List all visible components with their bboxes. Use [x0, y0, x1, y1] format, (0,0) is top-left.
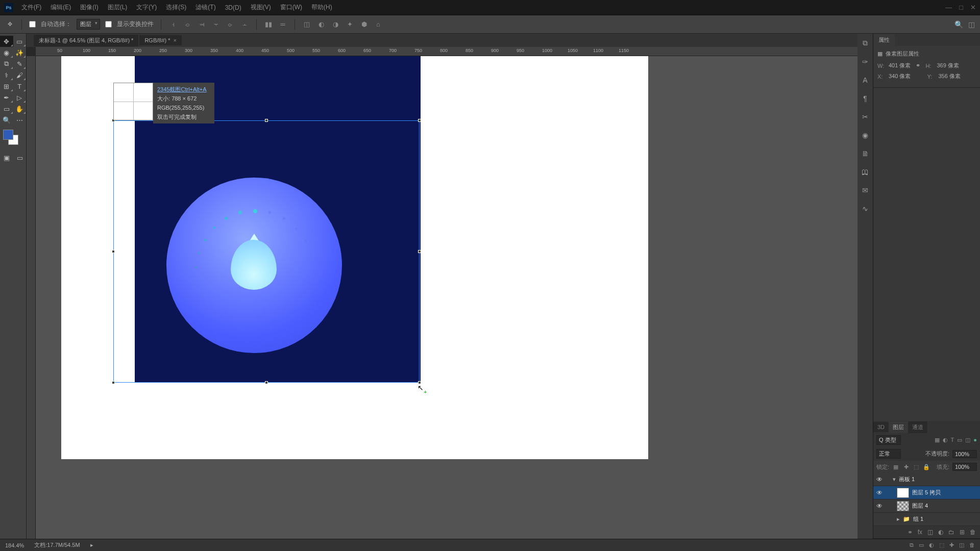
stamp-tool[interactable]: ⊞: [0, 81, 13, 92]
transform-selection[interactable]: [113, 120, 420, 383]
text-tool[interactable]: T: [13, 81, 27, 92]
note-icon[interactable]: 🗎: [862, 149, 869, 158]
lock-artboard-icon[interactable]: ⬚: [913, 463, 920, 470]
align-right-icon[interactable]: ⫤: [197, 20, 206, 29]
status-icon-6[interactable]: ◫: [959, 542, 964, 548]
3d-icon-5[interactable]: ⌂: [374, 20, 383, 29]
artboard-tool[interactable]: ▭: [13, 36, 27, 47]
new-layer-icon[interactable]: ⊞: [960, 529, 965, 536]
lock-all-icon[interactable]: 🔒: [923, 463, 930, 470]
menu-edit[interactable]: 编辑(E): [46, 1, 75, 14]
rect-tool[interactable]: ▭: [0, 103, 13, 114]
tab-layers[interactable]: 图层: [889, 421, 908, 433]
3d-icon-1[interactable]: ◐: [316, 20, 326, 29]
actions-icon[interactable]: ◉: [862, 131, 868, 139]
status-icon-4[interactable]: ⬚: [939, 542, 944, 548]
align-left-icon[interactable]: ⫞: [168, 20, 178, 29]
zoom-level[interactable]: 184.4%: [5, 542, 24, 548]
nav-icon[interactable]: ✉: [862, 186, 868, 194]
3d-icon-3[interactable]: ✦: [345, 20, 354, 29]
menu-window[interactable]: 窗口(W): [276, 1, 306, 14]
blend-mode[interactable]: 正常: [876, 449, 901, 459]
status-icon-7[interactable]: 🗑: [969, 542, 975, 548]
foreground-swatch[interactable]: [3, 130, 13, 140]
visibility-icon[interactable]: 👁: [875, 489, 884, 496]
brush-tool[interactable]: 🖌: [13, 69, 27, 81]
visibility-icon[interactable]: 👁: [875, 476, 884, 483]
info-icon[interactable]: 🕮: [862, 168, 869, 176]
timeline-icon[interactable]: ⧉: [910, 542, 914, 548]
layer-copy[interactable]: 👁 图层 5 拷贝: [873, 486, 980, 499]
extras-icon[interactable]: ∿: [862, 205, 868, 213]
layer-artboard[interactable]: 👁 ▾ 画板 1: [873, 473, 980, 486]
link-layers-icon[interactable]: ⚭: [908, 529, 913, 536]
zoom-tool[interactable]: 🔍: [0, 114, 13, 126]
move-tool[interactable]: ✥: [0, 36, 13, 47]
handle-mid-left[interactable]: [112, 250, 115, 253]
status-icon-3[interactable]: ◐: [929, 542, 934, 548]
more-tools[interactable]: ⋯: [13, 114, 27, 126]
adjust-icon[interactable]: ◐: [938, 529, 943, 536]
handle-top-mid[interactable]: [265, 119, 268, 122]
align-bottom-icon[interactable]: ⫠: [240, 20, 249, 29]
menu-view[interactable]: 视图(V): [247, 1, 275, 14]
menu-filter[interactable]: 滤镜(T): [191, 1, 219, 14]
hand-tool[interactable]: ✋: [13, 103, 27, 114]
magic-wand-tool[interactable]: ✨: [13, 47, 27, 58]
3d-icon-4[interactable]: ⬢: [359, 20, 369, 29]
fill-field[interactable]: 100%: [952, 463, 977, 471]
eyedropper-tool[interactable]: ✎: [13, 58, 27, 69]
close-icon[interactable]: ✕: [970, 4, 976, 11]
align-top-icon[interactable]: ⫟: [211, 20, 220, 29]
search-icon[interactable]: 🔍: [954, 20, 963, 29]
filter-adjust-icon[interactable]: ◐: [943, 437, 948, 443]
menu-select[interactable]: 选择(S): [162, 1, 190, 14]
align-center-v-icon[interactable]: ⪧: [226, 20, 235, 29]
group-caret-icon[interactable]: ▸: [897, 516, 900, 522]
layer-4[interactable]: 👁 图层 4: [873, 499, 980, 513]
healing-tool[interactable]: ⚕: [0, 69, 13, 81]
document-tab-2[interactable]: RGB/8#) *×: [139, 35, 182, 45]
menu-help[interactable]: 帮助(H): [307, 1, 336, 14]
workspace-icon[interactable]: ◫: [968, 20, 975, 29]
filter-smart-icon[interactable]: ◫: [965, 437, 970, 443]
trash-icon[interactable]: 🗑: [970, 529, 976, 536]
distribute-h-icon[interactable]: ▮▮: [264, 20, 273, 29]
brushes-icon[interactable]: ✑: [862, 58, 868, 66]
menu-file[interactable]: 文件(F): [17, 1, 45, 14]
menu-text[interactable]: 文字(Y): [132, 1, 161, 14]
lock-pixels-icon[interactable]: ▦: [892, 463, 899, 470]
tab-3d[interactable]: 3D: [873, 422, 889, 432]
close-tab-icon[interactable]: ×: [174, 37, 177, 43]
layer-kind-filter[interactable]: Q 类型: [876, 435, 901, 445]
lock-position-icon[interactable]: ✚: [902, 463, 910, 470]
3d-icon-2[interactable]: ◑: [331, 20, 340, 29]
filter-text-icon[interactable]: T: [951, 437, 954, 443]
status-icon-5[interactable]: ✚: [949, 542, 954, 548]
mask-icon[interactable]: ◫: [927, 529, 933, 536]
crop-tool[interactable]: ⧉: [0, 58, 13, 69]
history-icon[interactable]: ⧉: [863, 39, 868, 47]
align-center-h-icon[interactable]: ⪦: [183, 20, 192, 29]
3d-mode-icon[interactable]: ◫: [302, 20, 311, 29]
filter-shape-icon[interactable]: ▭: [957, 437, 962, 443]
visibility-icon[interactable]: 👁: [875, 503, 884, 510]
fx-icon[interactable]: fx: [918, 529, 922, 536]
doc-info[interactable]: 文档:17.7M/54.5M: [34, 541, 80, 549]
status-caret-icon[interactable]: ▸: [90, 542, 93, 548]
paragraph-icon[interactable]: ¶: [863, 94, 867, 103]
menu-image[interactable]: 图像(I): [76, 1, 102, 14]
layer-group1[interactable]: ▸ 📁 组 1: [873, 513, 980, 526]
handle-mid-right[interactable]: [418, 250, 421, 253]
maximize-icon[interactable]: □: [959, 4, 963, 11]
handle-top-right[interactable]: [418, 119, 421, 122]
ruler-horizontal[interactable]: 0501001502002503003504004505005506006507…: [36, 47, 857, 56]
menu-3d[interactable]: 3D(D): [221, 2, 246, 13]
minimize-icon[interactable]: —: [945, 4, 952, 11]
path-tool[interactable]: ▷: [13, 92, 27, 103]
filter-image-icon[interactable]: ▦: [935, 437, 940, 443]
canvas[interactable]: 2345截图Ctrl+Alt+A 大小: 788 × 672 RGB(255,2…: [27, 56, 857, 539]
auto-select-target[interactable]: 图层: [77, 19, 100, 30]
link-icon[interactable]: ⚭: [916, 62, 920, 69]
artboard-caret-icon[interactable]: ▾: [893, 476, 896, 483]
